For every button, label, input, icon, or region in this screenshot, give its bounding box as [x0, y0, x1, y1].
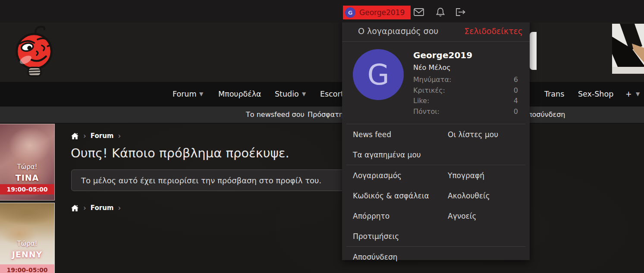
tab-bookmarks[interactable]: Σελιδοδείκτες	[464, 26, 523, 36]
stat-label: Κριτικές:	[413, 85, 445, 96]
devil-bulb-logo-icon	[9, 24, 60, 80]
breadcrumb-separator: ›	[118, 204, 121, 212]
stat-row-points: Πόντοι: 0	[413, 107, 518, 117]
menu-item-account[interactable]: Λογαριασμός	[353, 171, 448, 180]
stat-row-likes: Like: 4	[413, 96, 518, 107]
working-hours-badge: 19:00-05:00	[0, 184, 54, 195]
breadcrumb-separator: ›	[118, 132, 121, 140]
main-navigation: Forum ▼ Μπουρδέλα Studio ▼ Escort ▼ Tran…	[0, 82, 644, 107]
user-info: George2019 Νέο Μέλος Μηνύματα: 6 Κριτικέ…	[413, 49, 518, 117]
mail-icon[interactable]	[413, 7, 424, 17]
chevron-down-icon[interactable]: ▼	[636, 82, 640, 107]
nav-item-forum[interactable]: Forum	[173, 82, 196, 107]
home-icon[interactable]	[71, 132, 79, 140]
username-label: George2019	[359, 8, 405, 17]
breadcrumb-bottom: › Forum ›	[71, 204, 121, 212]
menu-item-my-lists[interactable]: Οι λίστες μου	[448, 130, 530, 139]
menu-item-password-security[interactable]: Κωδικός & ασφάλεια	[353, 191, 448, 200]
stat-label: Μηνύματα:	[413, 75, 451, 85]
user-rank: Νέο Μέλος	[413, 63, 518, 72]
breadcrumb-forum[interactable]: Forum	[91, 204, 114, 212]
stat-label: Like:	[413, 96, 429, 107]
error-message-text: Το μέλος αυτό έχει περιορίσει την πρόσβα…	[81, 176, 321, 185]
escort-name: JENNY	[0, 250, 54, 259]
dropdown-tabs: Ο λογαριασμός σου Σελιδοδείκτες	[342, 20, 530, 42]
page-title: Ουπς! Κάποιο πρόβλημα προέκυψε.	[71, 146, 289, 160]
site-header	[0, 22, 644, 82]
secondary-navigation: Το newsfeed σου Πρόσφατη Αποσύνδεση	[0, 107, 644, 123]
breadcrumb-separator: ›	[83, 132, 86, 140]
stockings-photo	[612, 24, 644, 74]
nav-item-more[interactable]: +	[625, 82, 632, 107]
error-message-box: Το μέλος αυτό έχει περιορίσει την πρόσβα…	[71, 169, 349, 191]
chevron-down-icon[interactable]: ▼	[302, 82, 306, 107]
menu-row: Απόρρητο Αγνοείς	[342, 206, 530, 226]
user-menu-button[interactable]: G George2019	[343, 6, 411, 19]
stat-value: 4	[514, 96, 518, 107]
escort-ad-card-jenny[interactable]: Τώρα! JENNY 19:00-05:00	[0, 203, 55, 273]
menu-item-favorites[interactable]: Τα αγαπημένα μου	[353, 151, 448, 159]
user-account-dropdown: Ο λογαριασμός σου Σελιδοδείκτες G George…	[342, 18, 530, 260]
menu-item-news-feed[interactable]: News feed	[353, 130, 448, 139]
stat-value: 6	[514, 75, 518, 85]
nav-item-trans[interactable]: Trans	[544, 82, 564, 107]
user-avatar-small: G	[345, 7, 355, 18]
stat-row-messages: Μηνύματα: 6	[413, 75, 518, 85]
ad-banner-photo[interactable]	[612, 24, 644, 74]
logout-icon[interactable]	[455, 7, 466, 17]
stat-value: 0	[514, 85, 518, 96]
breadcrumb: › Forum ›	[71, 132, 121, 140]
user-summary: G George2019 Νέο Μέλος Μηνύματα: 6 Κριτι…	[342, 42, 530, 124]
stat-row-reviews: Κριτικές: 0	[413, 85, 518, 96]
tab-your-account[interactable]: Ο λογαριασμός σου	[358, 26, 438, 36]
ad-banner-edge[interactable]	[530, 32, 537, 70]
menu-item-privacy[interactable]: Απόρρητο	[353, 212, 448, 220]
dropdown-username[interactable]: George2019	[413, 50, 518, 60]
subnav-recent[interactable]: Πρόσφατη	[308, 107, 343, 123]
menu-row: Αποσύνδεση	[342, 247, 530, 267]
stat-label: Πόντοι:	[413, 107, 440, 117]
nav-item-sexshop[interactable]: Sex-Shop	[578, 82, 613, 107]
subnav-newsfeed[interactable]: Το newsfeed σου	[246, 107, 305, 123]
top-bar: G George2019	[0, 0, 644, 22]
nav-item-bourdela[interactable]: Μπουρδέλα	[218, 82, 261, 107]
user-avatar-large[interactable]: G	[353, 49, 404, 100]
chevron-down-icon[interactable]: ▼	[199, 82, 203, 107]
notifications-bell-icon[interactable]	[435, 7, 446, 17]
breadcrumb-forum[interactable]: Forum	[91, 132, 114, 140]
menu-row: Προτιμήσεις	[342, 226, 530, 246]
now-badge: Τώρα!	[0, 240, 54, 248]
menu-row: Τα αγαπημένα μου	[342, 144, 530, 165]
escort-ad-card-tina[interactable]: Τώρα! TINA 19:00-05:00	[0, 124, 55, 201]
menu-item-ignoring[interactable]: Αγνοείς	[448, 212, 530, 220]
nav-item-studio[interactable]: Studio	[275, 82, 299, 107]
escort-name: TINA	[0, 173, 54, 182]
home-icon[interactable]	[71, 204, 79, 212]
menu-item-logout[interactable]: Αποσύνδεση	[353, 253, 448, 261]
menu-row: News feed Οι λίστες μου	[342, 124, 530, 144]
menu-item-following[interactable]: Ακολουθείς	[448, 191, 530, 200]
working-hours-badge: 19:00-05:00	[0, 264, 54, 273]
breadcrumb-separator: ›	[83, 204, 86, 212]
menu-row: Κωδικός & ασφάλεια Ακολουθείς	[342, 185, 530, 206]
menu-item-preferences[interactable]: Προτιμήσεις	[353, 232, 448, 241]
site-logo[interactable]	[9, 24, 60, 80]
stat-value: 0	[514, 107, 518, 117]
nav-item-escort[interactable]: Escort	[320, 82, 344, 107]
menu-row: Λογαριασμός Υπογραφή	[342, 165, 530, 185]
now-badge: Τώρα!	[0, 163, 54, 171]
menu-item-signature[interactable]: Υπογραφή	[448, 171, 530, 180]
